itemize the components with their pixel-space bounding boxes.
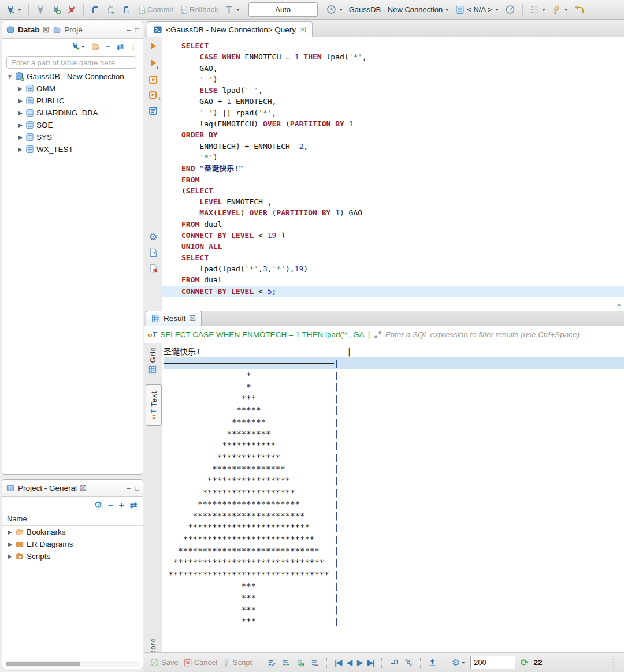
tree-collapsed-icon[interactable]: ▶ <box>17 134 23 140</box>
first-row-button[interactable]: |◀ <box>335 658 341 667</box>
scrollbar-thumb[interactable] <box>6 662 80 666</box>
tree-collapsed-icon[interactable]: ▶ <box>17 85 23 92</box>
script-button[interactable]: Script <box>222 658 252 667</box>
filter-input-placeholder[interactable]: Enter a SQL expression to filter results… <box>385 330 580 339</box>
export-button[interactable] <box>428 658 437 667</box>
project-tree-node[interactable]: ▶★Bookmarks <box>2 526 143 538</box>
undo-navigation-button[interactable]: * <box>573 3 586 17</box>
transaction-mode-button[interactable] <box>90 3 101 17</box>
project-tree-node[interactable]: ▶ER Diagrams <box>2 538 143 550</box>
disconnect-button[interactable] <box>66 3 77 17</box>
pending-transactions-button[interactable] <box>224 3 241 17</box>
schema-selector[interactable]: < N/A > <box>454 3 499 17</box>
fetch-size-input[interactable] <box>470 656 515 669</box>
previous-row-button[interactable]: ◀ <box>347 658 352 667</box>
rollback-button[interactable]: Rollback <box>179 3 220 17</box>
performance-button[interactable] <box>504 3 517 17</box>
tab-projects[interactable]: Proje <box>53 25 83 34</box>
table-search-input[interactable] <box>6 56 136 69</box>
tree-node-connection[interactable]: ▼ GaussDB - New Connection <box>2 70 143 83</box>
tab-text-view[interactable]: Text ‹›T <box>146 384 162 426</box>
connect-button[interactable] <box>35 3 46 17</box>
result-text-view[interactable]: 圣诞快乐! |─────────────────────────────────… <box>162 343 624 653</box>
tab-project-general[interactable]: Project - General ☒ <box>6 484 87 492</box>
tree-node-schema[interactable]: ▶OMM <box>2 83 143 95</box>
maximize-icon[interactable]: □ <box>135 484 139 492</box>
next-row-button[interactable]: ▶ <box>357 658 362 667</box>
cancel-x-icon <box>184 659 192 667</box>
save-button[interactable]: Save <box>150 658 179 667</box>
edit-cell-button[interactable] <box>267 659 276 667</box>
tab-grid-view[interactable]: Grid <box>145 346 160 380</box>
result-settings-button[interactable]: ⚙ <box>452 658 465 667</box>
tree-collapsed-icon[interactable]: ▶ <box>17 146 23 152</box>
transaction-monitor-button[interactable] <box>325 3 344 17</box>
duplicate-row-button[interactable] <box>296 659 305 667</box>
horizontal-scrollbar[interactable] <box>5 661 140 667</box>
collapse-all-icon[interactable]: − <box>106 42 111 51</box>
transaction-new-button[interactable]: + <box>121 3 132 17</box>
result-filter-bar[interactable]: ‹›T SELECT CASE WHEN ENMOTECH = 1 THEN l… <box>144 326 624 344</box>
connection-selector[interactable]: GaussDB - New Connection <box>348 3 451 17</box>
close-icon[interactable]: ☒ <box>189 314 196 323</box>
project-column-header[interactable]: Name <box>2 513 143 526</box>
tree-node-schema[interactable]: ▶SYS <box>2 131 143 143</box>
tree-node-schema[interactable]: ▶SHARDING_DBA <box>2 107 143 119</box>
view-options-button[interactable] <box>529 3 547 17</box>
minimize-icon[interactable]: – <box>127 484 131 492</box>
project-tree-node[interactable]: ▶Scripts <box>2 550 143 562</box>
commit-mode-combo[interactable]: Auto <box>248 2 318 17</box>
tree-collapsed-icon[interactable]: ▶ <box>17 122 23 128</box>
settings-gear-icon[interactable]: ⚙ <box>94 501 102 510</box>
add-row-button[interactable]: + <box>281 659 291 667</box>
tree-node-schema[interactable]: ▶WX_TEST <box>2 143 143 155</box>
navigator-toolbar: + + − ⇄ ⋮ <box>2 39 143 54</box>
execute-statement-button[interactable] <box>151 42 156 52</box>
tree-collapsed-icon[interactable]: ▶ <box>7 529 13 535</box>
delete-row-button[interactable] <box>310 659 320 667</box>
maximize-icon[interactable]: □ <box>135 26 139 34</box>
explain-plan-button[interactable] <box>148 106 158 115</box>
close-icon[interactable]: ☒ <box>299 25 306 34</box>
tab-database-navigator[interactable]: Datab ☒ <box>6 25 49 34</box>
scroll-up-icon[interactable]: ▲ <box>616 301 622 307</box>
export-resultset-button[interactable] <box>149 248 158 257</box>
validation-status-button[interactable]: ! <box>149 264 158 273</box>
reconnect-button[interactable] <box>50 3 62 17</box>
tree-collapsed-icon[interactable]: ▶ <box>17 110 23 116</box>
refresh-icon[interactable]: ⟳ <box>521 657 528 668</box>
navigator-new-connection-button[interactable]: + <box>71 42 85 51</box>
execute-new-tab-button[interactable]: + <box>151 58 156 69</box>
close-icon[interactable]: ☒ <box>43 25 50 34</box>
tree-node-schema[interactable]: ▶SOE <box>2 119 143 131</box>
minimize-icon[interactable]: – <box>127 26 131 34</box>
last-row-button[interactable]: ▶| <box>367 658 374 667</box>
new-folder-button[interactable]: + <box>91 43 100 51</box>
tree-node-schema[interactable]: ▶PUBLIC <box>2 95 143 107</box>
execute-script-button[interactable] <box>148 75 158 84</box>
fetch-all-button[interactable] <box>404 658 413 667</box>
commit-button[interactable]: Commit <box>136 3 174 17</box>
transaction-log-button[interactable] <box>105 3 117 17</box>
execute-script-new-tab-button[interactable]: + <box>148 91 158 100</box>
tree-collapsed-icon[interactable]: ▶ <box>7 553 13 559</box>
sql-settings-button[interactable]: ⚙ <box>148 232 157 242</box>
tree-expanded-icon[interactable]: ▼ <box>7 73 13 80</box>
overflow-menu-icon[interactable]: ⋮ <box>609 657 618 668</box>
view-menu-icon[interactable]: ⋮ <box>129 42 137 51</box>
collapse-all-icon[interactable]: − <box>108 501 113 509</box>
link-with-editor-icon[interactable]: ⇄ <box>116 42 124 51</box>
fetch-next-page-button[interactable] <box>389 658 399 667</box>
close-icon[interactable]: ☒ <box>80 484 87 492</box>
cancel-button[interactable]: Cancel <box>184 658 217 667</box>
format-button[interactable] <box>551 3 569 17</box>
tab-sql-editor[interactable]: <GaussDB - New Connection> Query ☒ <box>147 21 313 37</box>
tree-collapsed-icon[interactable]: ▶ <box>17 98 23 104</box>
expand-all-icon[interactable]: + <box>119 501 124 509</box>
sql-code-area[interactable]: SELECT CASE WHEN ENMOTECH = 1 THEN lpad(… <box>162 37 624 311</box>
tree-collapsed-icon[interactable]: ▶ <box>7 541 13 547</box>
tab-result[interactable]: Result ☒ <box>146 311 202 326</box>
expand-filter-icon[interactable] <box>374 331 382 339</box>
new-connection-button[interactable]: + <box>5 3 23 17</box>
link-with-editor-icon[interactable]: ⇄ <box>129 501 137 509</box>
